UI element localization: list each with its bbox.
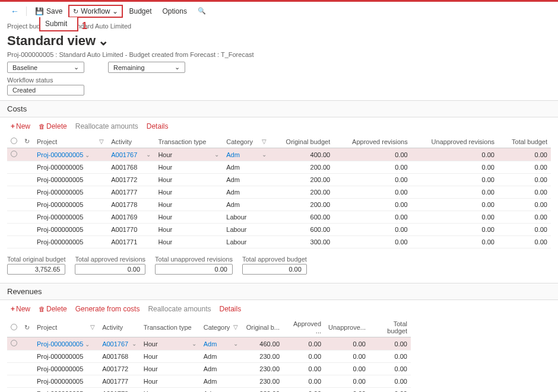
row-radio[interactable] (11, 151, 17, 157)
project-cell[interactable]: Proj-000000005 (33, 363, 99, 375)
project-cell[interactable]: Proj-000000005 (33, 388, 99, 393)
costs-new-button[interactable]: New (11, 122, 30, 130)
activity-cell[interactable]: A001777 (107, 186, 154, 199)
save-button[interactable]: Save (30, 4, 67, 18)
category-cell[interactable]: Adm (200, 375, 242, 388)
unappr-cell[interactable]: 0.00 (411, 199, 498, 211)
costs-delete-button[interactable]: Delete (39, 122, 67, 130)
txn-cell[interactable]: Hour (154, 186, 223, 199)
activity-cell[interactable]: A001767 ⌄ (107, 148, 154, 161)
activity-cell[interactable]: A001777 (99, 375, 140, 388)
orig-cell[interactable]: 600.00 (270, 211, 334, 224)
project-cell[interactable]: Proj-000000005 (33, 199, 107, 211)
total-cell[interactable]: 0.00 (369, 363, 411, 375)
appr-cell[interactable]: 0.00 (334, 148, 411, 161)
table-row[interactable]: Proj-000000005A001778HourAdm230.000.000.… (7, 388, 411, 393)
total-cell[interactable]: 0.00 (369, 388, 411, 393)
project-cell[interactable]: Proj-000000005 (33, 350, 99, 363)
workflow-button[interactable]: Workflow (68, 5, 123, 18)
table-row[interactable]: Proj-000000005A001777HourAdm230.000.000.… (7, 375, 411, 388)
revenues-generate-button[interactable]: Generate from costs (75, 305, 140, 313)
project-cell[interactable]: Proj-000000005 ⌄ (33, 148, 107, 161)
unappr-cell[interactable]: 0.00 (325, 388, 369, 393)
project-cell[interactable]: Proj-000000005 ⌄ (33, 337, 99, 350)
activity-cell[interactable]: A001778 (107, 199, 154, 211)
col-total[interactable]: Total budget (498, 135, 551, 148)
category-cell[interactable]: Adm (200, 350, 242, 363)
filter-icon[interactable]: ▽ (262, 138, 267, 145)
total-cell[interactable]: 0.00 (369, 350, 411, 363)
table-row[interactable]: Proj-000000005 ⌄A001767 ⌄Hour ⌄Adm ⌄400.… (7, 148, 551, 161)
total-cell[interactable]: 0.00 (369, 337, 411, 350)
category-cell[interactable]: Labour (223, 211, 270, 224)
workflow-submit-item[interactable]: Submit (45, 20, 72, 28)
col-total[interactable]: Total budget (369, 318, 411, 337)
orig-cell[interactable]: 230.00 (242, 350, 283, 363)
table-row[interactable]: Proj-000000005A001778HourAdm200.000.000.… (7, 199, 551, 211)
table-row[interactable]: Proj-000000005A001768HourAdm230.000.000.… (7, 350, 411, 363)
unappr-cell[interactable]: 0.00 (411, 236, 498, 248)
appr-cell[interactable]: 0.00 (283, 350, 325, 363)
category-cell[interactable]: Labour (223, 224, 270, 236)
orig-cell[interactable]: 230.00 (242, 375, 283, 388)
category-cell[interactable]: Adm (223, 174, 270, 186)
txn-cell[interactable]: Hour (154, 236, 223, 248)
col-orig[interactable]: Original b... (242, 318, 283, 337)
activity-cell[interactable]: A001778 (99, 388, 140, 393)
col-activity[interactable]: Activity (99, 318, 140, 337)
costs-details-button[interactable]: Details (147, 122, 169, 130)
category-cell[interactable]: Adm ⌄ (200, 337, 242, 350)
table-row[interactable]: Proj-000000005 ⌄A001767 ⌄Hour ⌄Adm ⌄460.… (7, 337, 411, 350)
unappr-cell[interactable]: 0.00 (411, 186, 498, 199)
col-project[interactable]: Project▽ (33, 135, 107, 148)
baseline-select[interactable]: Baseline (7, 62, 84, 73)
appr-cell[interactable]: 0.00 (283, 375, 325, 388)
txn-cell[interactable]: Hour (154, 199, 223, 211)
activity-cell[interactable]: A001770 (107, 224, 154, 236)
category-cell[interactable]: Adm (223, 199, 270, 211)
txn-cell[interactable]: Hour (154, 161, 223, 174)
orig-cell[interactable]: 460.00 (242, 337, 283, 350)
table-row[interactable]: Proj-000000005A001768HourAdm200.000.000.… (7, 161, 551, 174)
orig-cell[interactable]: 300.00 (270, 236, 334, 248)
appr-cell[interactable]: 0.00 (283, 337, 325, 350)
table-row[interactable]: Proj-000000005A001772HourAdm200.000.000.… (7, 174, 551, 186)
total-cell[interactable]: 0.00 (498, 148, 551, 161)
unappr-cell[interactable]: 0.00 (325, 363, 369, 375)
filter-icon[interactable]: ▽ (99, 138, 104, 145)
select-all-radio[interactable] (11, 324, 17, 330)
page-title[interactable]: Standard view (0, 32, 558, 51)
refresh-icon[interactable] (24, 138, 30, 145)
costs-reallocate-button[interactable]: Reallocate amounts (75, 122, 138, 130)
table-row[interactable]: Proj-000000005A001771HourLabour300.000.0… (7, 236, 551, 248)
category-cell[interactable]: Adm ⌄ (223, 148, 270, 161)
activity-cell[interactable]: A001768 (99, 350, 140, 363)
txn-cell[interactable]: Hour (154, 224, 223, 236)
txn-cell[interactable]: Hour (140, 363, 200, 375)
total-cell[interactable]: 0.00 (498, 224, 551, 236)
revenues-details-button[interactable]: Details (220, 305, 242, 313)
unappr-cell[interactable]: 0.00 (411, 211, 498, 224)
txn-cell[interactable]: Hour (154, 174, 223, 186)
appr-cell[interactable]: 0.00 (283, 388, 325, 393)
row-radio[interactable] (11, 340, 17, 346)
orig-cell[interactable]: 600.00 (270, 224, 334, 236)
category-cell[interactable]: Adm (223, 186, 270, 199)
unappr-cell[interactable]: 0.00 (411, 174, 498, 186)
appr-cell[interactable]: 0.00 (334, 211, 411, 224)
table-row[interactable]: Proj-000000005A001777HourAdm200.000.000.… (7, 186, 551, 199)
project-cell[interactable]: Proj-000000005 (33, 211, 107, 224)
budget-button[interactable]: Budget (124, 5, 156, 18)
col-activity[interactable]: Activity (107, 135, 154, 148)
select-all-radio[interactable] (11, 138, 17, 144)
search-icon[interactable] (193, 5, 211, 17)
total-cell[interactable]: 0.00 (498, 174, 551, 186)
total-cell[interactable]: 0.00 (498, 199, 551, 211)
project-cell[interactable]: Proj-000000005 (33, 186, 107, 199)
activity-cell[interactable]: A001768 (107, 161, 154, 174)
col-appr[interactable]: Approved revisions (334, 135, 411, 148)
costs-header[interactable]: Costs (0, 100, 558, 117)
activity-cell[interactable]: A001769 (107, 211, 154, 224)
appr-cell[interactable]: 0.00 (334, 199, 411, 211)
orig-cell[interactable]: 200.00 (270, 174, 334, 186)
